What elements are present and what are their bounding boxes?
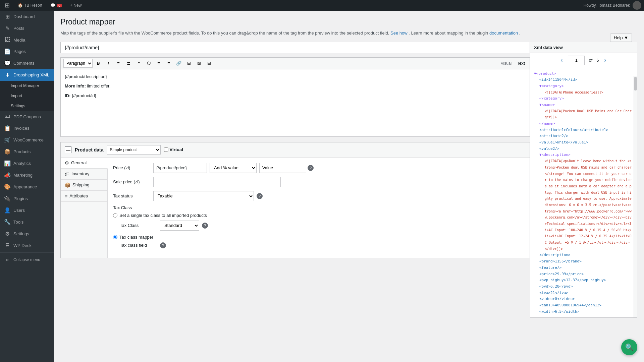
product-data-header: — Product data Simple product Variable p… bbox=[61, 142, 530, 158]
tax-status-help-icon[interactable]: ? bbox=[257, 193, 263, 199]
sidebar-item-analytics[interactable]: 📊 Analytics bbox=[0, 158, 54, 169]
tax-class-help-icon[interactable]: ? bbox=[202, 223, 208, 229]
xml-prev-btn[interactable]: ‹ bbox=[559, 57, 564, 64]
sidebar-item-wp-desk[interactable]: 🖥 WP Desk bbox=[0, 240, 54, 251]
value-input[interactable] bbox=[259, 163, 306, 173]
align-left-btn[interactable]: ⬡ bbox=[144, 59, 153, 68]
align-right-btn[interactable]: ≡ bbox=[164, 59, 173, 68]
sale-price-input[interactable] bbox=[153, 177, 281, 187]
price-input[interactable] bbox=[153, 163, 207, 173]
sidebar-item-tools[interactable]: 🔧 Tools bbox=[0, 216, 54, 228]
attributes-tab-label: Attributes bbox=[69, 193, 88, 198]
sidebar-item-media[interactable]: 🖼 Media bbox=[0, 34, 54, 46]
sidebar-label-appearance: Appearance bbox=[13, 184, 37, 189]
editor-area: Paragraph B I ≡ ≣ ❝ ⬡ ≡ ≡ 🔗 ⊟ bbox=[60, 42, 530, 318]
editor-section: Paragraph B I ≡ ≣ ❝ ⬡ ≡ ≡ 🔗 ⊟ bbox=[60, 57, 530, 137]
fullscreen-btn[interactable]: ⊠ bbox=[195, 59, 203, 68]
sidebar-item-dashboard[interactable]: ⊞ Dashboard bbox=[0, 11, 54, 22]
topbar-right: Howdy, Tomasz Bednarek bbox=[584, 1, 641, 10]
sidebar-item-comments[interactable]: 💬 Comments bbox=[0, 57, 54, 69]
page-title: Product mapper bbox=[60, 17, 637, 26]
content-area: Paragraph B I ≡ ≣ ❝ ⬡ ≡ ≡ 🔗 ⊟ bbox=[60, 42, 637, 318]
sidebar-item-marketing[interactable]: 📣 Marketing bbox=[0, 169, 54, 181]
see-how-link[interactable]: See how bbox=[390, 31, 408, 36]
sidebar: ⊞ Dashboard ✎ Posts 🖼 Media 📄 Pages 💬 Co… bbox=[0, 11, 54, 362]
collapse-icon: « bbox=[4, 257, 11, 263]
sidebar-item-invoices[interactable]: 📋 Invoices bbox=[0, 122, 54, 134]
layout: ⊞ Dashboard ✎ Posts 🖼 Media 📄 Pages 💬 Co… bbox=[0, 11, 644, 362]
price-help-icon[interactable]: ? bbox=[308, 165, 314, 171]
pd-tab-attributes[interactable]: ≡ Attributes bbox=[61, 191, 107, 202]
xml-scrollbar[interactable] bbox=[634, 76, 637, 318]
radio-mapper-group: Tax class mapper bbox=[113, 235, 524, 240]
blockquote-btn[interactable]: ❝ bbox=[134, 59, 143, 68]
sidebar-label-import: Import bbox=[11, 94, 22, 98]
new-content-link[interactable]: + New bbox=[68, 0, 84, 11]
sidebar-item-settings-sub[interactable]: Settings bbox=[0, 101, 54, 111]
radio-single-input[interactable] bbox=[113, 213, 117, 218]
sidebar-item-dropshipping[interactable]: ⬇ Dropshipping XML bbox=[0, 69, 54, 81]
xml-next-btn[interactable]: › bbox=[603, 57, 608, 64]
price-label: Price (zł) bbox=[113, 165, 153, 170]
pd-tab-general[interactable]: ⚙ General bbox=[61, 158, 108, 169]
add-percent-select[interactable]: Add % value bbox=[210, 163, 257, 173]
shipping-tab-icon: 📦 bbox=[65, 182, 70, 188]
xml-row: <price>29.99</price> bbox=[534, 271, 633, 278]
tax-class-select[interactable]: Standard Reduced rate Zero rate bbox=[160, 221, 199, 231]
price-controls: Add % value ? bbox=[153, 163, 524, 173]
toolbar-toggle-btn[interactable]: ⊞ bbox=[205, 59, 213, 68]
help-button[interactable]: Help ▼ bbox=[610, 34, 632, 42]
sidebar-item-appearance[interactable]: 🎨 Appearance bbox=[0, 181, 54, 193]
tax-class-field-help-icon[interactable]: ? bbox=[160, 242, 166, 248]
visual-tab[interactable]: Visual bbox=[499, 60, 514, 66]
xml-row: <pvp_bigbuy>12.37</pvp_bigbuy> bbox=[534, 277, 633, 284]
insert-link-btn[interactable]: 🔗 bbox=[174, 59, 183, 68]
xml-row: <![CDATA[Pocken Dual USB Mains and Car C… bbox=[534, 108, 633, 121]
value-input-wrap: ? bbox=[259, 163, 314, 173]
tax-status-select[interactable]: Taxable Shipping only None bbox=[153, 191, 254, 201]
text-tab[interactable]: Text bbox=[515, 60, 527, 66]
sidebar-item-settings[interactable]: ⚙ Settings bbox=[0, 228, 54, 240]
italic-btn[interactable]: I bbox=[104, 59, 113, 68]
sidebar-item-pdf-coupons[interactable]: 🏷 PDF Coupons bbox=[0, 111, 54, 122]
wp-logo-link[interactable]: ⊞ bbox=[3, 0, 12, 11]
ordered-list-btn[interactable]: ≣ bbox=[124, 59, 133, 68]
sidebar-item-woocommerce[interactable]: 🛒 WooCommerce bbox=[0, 134, 54, 146]
xml-scrollbar-thumb[interactable] bbox=[634, 77, 637, 90]
xml-body: ▼<product><id>I4115044</id>▼<category><!… bbox=[530, 68, 637, 318]
sidebar-item-products[interactable]: 📦 Products bbox=[0, 146, 54, 158]
virtual-checkbox[interactable] bbox=[164, 147, 168, 152]
documentation-link[interactable]: documentation bbox=[489, 31, 518, 36]
radio-single-label[interactable]: Set a single tax class to all imported p… bbox=[113, 213, 524, 218]
radio-mapper-label[interactable]: Tax class mapper bbox=[113, 235, 524, 240]
bold-btn[interactable]: B bbox=[94, 59, 103, 68]
user-avatar bbox=[633, 1, 641, 10]
site-name-link[interactable]: 🏠 TB Resort bbox=[16, 0, 44, 11]
sidebar-item-import-manager[interactable]: Import Manager bbox=[0, 81, 54, 91]
collapse-menu-btn[interactable]: « Collapse menu bbox=[0, 254, 54, 265]
new-label: + New bbox=[70, 3, 82, 8]
xml-page-input[interactable] bbox=[568, 56, 585, 65]
product-type-select[interactable]: Simple product Variable product Grouped … bbox=[107, 145, 161, 155]
float-search-btn[interactable]: 🔍 bbox=[621, 339, 637, 355]
sidebar-label-media: Media bbox=[13, 38, 25, 43]
sidebar-item-import[interactable]: Import bbox=[0, 91, 54, 101]
editor-body[interactable]: {//product/description} More info: limit… bbox=[61, 69, 530, 136]
radio-mapper-input[interactable] bbox=[113, 235, 117, 239]
sidebar-item-users[interactable]: 👤 Users bbox=[0, 204, 54, 216]
xml-row: </category> bbox=[534, 96, 633, 102]
sidebar-item-posts[interactable]: ✎ Posts bbox=[0, 22, 54, 34]
unordered-list-btn[interactable]: ≡ bbox=[114, 59, 123, 68]
insert-table-btn[interactable]: ⊟ bbox=[184, 59, 193, 68]
product-data-title: Product data bbox=[75, 147, 104, 153]
comments-link[interactable]: 💬 0 bbox=[48, 0, 64, 11]
pd-tab-shipping[interactable]: 📦 Shipping bbox=[61, 180, 107, 191]
align-center-btn[interactable]: ≡ bbox=[154, 59, 163, 68]
product-name-input[interactable] bbox=[60, 42, 530, 53]
format-select[interactable]: Paragraph bbox=[63, 59, 93, 68]
pd-tab-inventory[interactable]: 🏷 Inventory bbox=[61, 169, 107, 180]
product-data-toggle-btn[interactable]: — bbox=[65, 146, 71, 153]
sidebar-item-pages[interactable]: 📄 Pages bbox=[0, 46, 54, 57]
sidebar-label-invoices: Invoices bbox=[13, 126, 30, 131]
sidebar-item-plugins[interactable]: 🔌 Plugins bbox=[0, 193, 54, 204]
